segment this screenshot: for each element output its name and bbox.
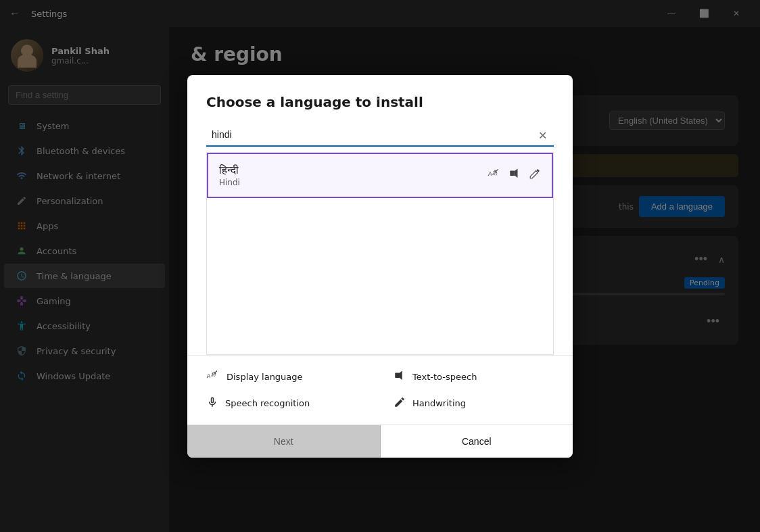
svg-rect-6 [395, 372, 400, 378]
dialog-footer: Next Cancel [187, 425, 573, 458]
feature-handwriting: Handwriting [394, 396, 554, 411]
dialog-body: Choose a language to install ✕ हिन्दी Hi… [187, 75, 573, 355]
svg-rect-2 [510, 171, 515, 176]
search-clear-button[interactable]: ✕ [534, 127, 551, 143]
search-wrapper: ✕ [206, 124, 554, 147]
feature-handwriting-label: Handwriting [412, 398, 466, 408]
svg-marker-7 [400, 370, 402, 380]
feature-display-label: Display language [227, 372, 303, 382]
hindi-english: Hindi [219, 178, 240, 187]
features-section: A あ Display language Text-to-speech [187, 355, 573, 425]
language-search-input[interactable] [206, 124, 554, 147]
next-button[interactable]: Next [187, 425, 381, 458]
feature-tts: Text-to-speech [394, 369, 554, 385]
hindi-name: हिन्दी Hindi [219, 164, 240, 187]
tts-icon [508, 168, 521, 183]
feature-speech-icon [206, 396, 218, 411]
hindi-devanagari: हिन्दी [219, 164, 240, 176]
settings-window: ← Settings — ⬜ ✕ Pankil Shah gmail.c... [0, 0, 760, 532]
language-item-hindi[interactable]: हिन्दी Hindi A あ [207, 153, 553, 198]
hindi-feature-icons: A あ [487, 167, 541, 183]
dialog-title: Choose a language to install [206, 94, 554, 110]
feature-handwriting-icon [394, 396, 406, 411]
feature-display-icon: A あ [206, 369, 220, 385]
display-lang-icon: A あ [487, 167, 500, 183]
feature-display-language: A あ Display language [206, 369, 366, 385]
choose-language-dialog: Choose a language to install ✕ हिन्दी Hi… [187, 75, 573, 458]
feature-speech: Speech recognition [206, 396, 366, 411]
feature-tts-icon [394, 370, 406, 385]
language-list: हिन्दी Hindi A あ [206, 152, 554, 355]
cancel-button[interactable]: Cancel [381, 425, 573, 458]
feature-speech-label: Speech recognition [225, 398, 310, 408]
feature-tts-label: Text-to-speech [412, 372, 477, 382]
handwriting-icon [529, 168, 541, 183]
svg-marker-3 [515, 169, 518, 178]
